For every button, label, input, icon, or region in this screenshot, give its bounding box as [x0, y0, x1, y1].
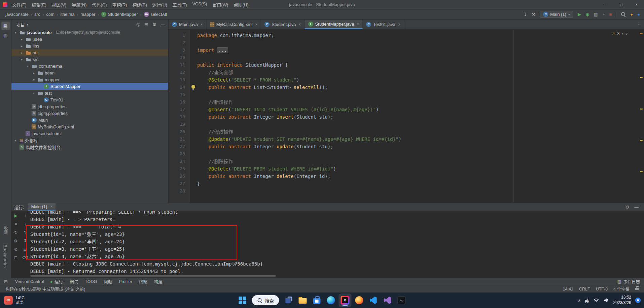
settings-icon[interactable]: ⚙: [152, 22, 156, 27]
clear-icon[interactable]: ⊟: [12, 254, 20, 261]
editor-tab[interactable]: <>MyBatisConfig.xml×: [207, 20, 261, 29]
close-icon[interactable]: ×: [255, 22, 257, 27]
toolwindow-button[interactable]: 调试: [70, 278, 78, 285]
prev-occurrence-icon[interactable]: ↑: [22, 212, 29, 219]
menu-item[interactable]: 代码(C): [89, 0, 109, 9]
code-area[interactable]: package com.itheima.mapper;import ...pub…: [190, 30, 638, 203]
clock[interactable]: 13:52 2023/3/29: [613, 295, 631, 305]
coverage-icon[interactable]: ▨: [594, 12, 598, 17]
lock-icon[interactable]: [635, 288, 639, 290]
menu-item[interactable]: 重构(R): [109, 0, 130, 9]
bookmarks-tool-button[interactable]: Bookmarks: [3, 245, 7, 268]
ime-indicator[interactable]: 英: [585, 297, 589, 304]
restore-layout-icon[interactable]: ↻: [12, 229, 20, 236]
taskbar-app-vscode[interactable]: [367, 294, 380, 307]
more-icon[interactable]: ⋮: [637, 22, 641, 27]
tree-item[interactable]: CMain: [11, 117, 168, 123]
stop-icon[interactable]: ■: [609, 12, 612, 17]
taskbar-app-task-view[interactable]: [282, 294, 295, 307]
editor[interactable]: 1231011121314151617181920212223242526272…: [169, 30, 644, 203]
updates-icon[interactable]: ●: [630, 12, 633, 17]
run-icon[interactable]: ▶: [578, 12, 581, 17]
clear-output-icon[interactable]: ⌫: [22, 254, 29, 261]
toolwindow-button[interactable]: 问题: [104, 278, 112, 285]
update-project-icon[interactable]: ↧: [524, 12, 527, 17]
minimize-button[interactable]: —: [599, 0, 614, 9]
stop-icon[interactable]: ■: [12, 220, 20, 228]
close-button[interactable]: ×: [629, 0, 644, 9]
menu-item[interactable]: 文件(F): [9, 0, 29, 9]
tree-item[interactable]: ⚙log4j.properties: [11, 110, 168, 117]
maximize-button[interactable]: □: [614, 0, 629, 9]
taskbar-app-microsoft-store[interactable]: [311, 294, 323, 307]
menu-item[interactable]: 导航(N): [69, 0, 89, 9]
tree-item[interactable]: ▾test: [11, 90, 168, 96]
taskbar-app-terminal[interactable]: >_: [395, 294, 408, 307]
tree-item[interactable]: ▸▤外部库: [11, 137, 168, 144]
editor-tab[interactable]: IStudentMapper.java×: [305, 20, 363, 29]
tree-item[interactable]: ▸libs: [11, 42, 168, 49]
close-icon[interactable]: ×: [50, 204, 52, 209]
indent-setting[interactable]: 4 个空格: [613, 286, 630, 292]
tree-item[interactable]: ▸bean: [11, 69, 168, 76]
prev-warning-icon[interactable]: ∧: [621, 32, 623, 36]
breadcrumb-item[interactable]: itheima: [61, 12, 75, 17]
tray-expand-icon[interactable]: ∧: [578, 298, 581, 303]
favorites-tool-button[interactable]: 收藏: [3, 226, 8, 235]
tree-item[interactable]: ⚙jdbc.properties: [11, 103, 168, 110]
settings-icon[interactable]: ⚙: [12, 237, 20, 245]
scroll-to-end-icon[interactable]: ↧: [22, 237, 29, 245]
close-icon[interactable]: ×: [357, 22, 359, 26]
taskbar-app-visual-studio[interactable]: [381, 294, 394, 307]
tree-item[interactable]: IStudentMapper: [11, 83, 168, 90]
taskbar-app-intellij-idea[interactable]: IJ: [339, 294, 352, 307]
breadcrumb-item[interactable]: src: [34, 12, 40, 17]
menu-item[interactable]: 运行(U): [150, 0, 170, 9]
settings-icon[interactable]: ⚙: [625, 205, 629, 210]
weather-widget[interactable]: ≋ 14°C 潮湿: [4, 296, 25, 305]
taskbar-app-edge[interactable]: [325, 294, 337, 307]
search-everywhere-icon[interactable]: [621, 12, 626, 17]
folded-region[interactable]: ...: [217, 47, 228, 53]
event-log-button[interactable]: ▥ 事件日志: [617, 278, 640, 285]
menu-item[interactable]: 构建(B): [130, 0, 149, 9]
editor-tab[interactable]: CTest01.java×: [363, 20, 404, 29]
menu-item[interactable]: 窗口(W): [210, 0, 231, 9]
hide-panel-icon[interactable]: —: [634, 205, 639, 210]
editor-tab[interactable]: CStudent.java×: [261, 20, 305, 29]
volume-icon[interactable]: [603, 298, 609, 303]
toolwindow-button[interactable]: TODO: [85, 279, 97, 284]
tree-item[interactable]: ▾mapper: [11, 76, 168, 83]
project-panel-title[interactable]: 项目: [16, 21, 25, 28]
intention-bulb-icon[interactable]: [191, 85, 195, 89]
breadcrumb-item[interactable]: mapper: [80, 12, 95, 17]
console[interactable]: DEBUG [main] - ==> Preparing: SELECT * F…: [30, 211, 643, 278]
tree-item[interactable]: ▸out: [11, 49, 168, 56]
notification-badge[interactable]: [635, 298, 641, 303]
tree-item[interactable]: ijavaconsole.iml: [11, 130, 168, 137]
menu-item[interactable]: VCS(S): [189, 0, 210, 9]
tree-item[interactable]: ▸.idea: [11, 36, 168, 42]
inspections-widget[interactable]: ⚠ 8 ∧ ∨: [612, 31, 628, 36]
breadcrumb-item[interactable]: IStudentMapper: [101, 12, 138, 17]
profile-icon[interactable]: ●: [637, 12, 640, 17]
toolwindow-button[interactable]: Profiler: [119, 279, 132, 284]
select-opened-file-icon[interactable]: ◎: [136, 22, 140, 27]
next-occurrence-icon[interactable]: ↓: [22, 220, 29, 228]
rerun-icon[interactable]: ▶: [12, 212, 20, 219]
mute-breakpoints-icon[interactable]: ⊘: [12, 246, 20, 253]
menu-item[interactable]: 帮助(H): [231, 0, 251, 9]
tree-item[interactable]: ✎临时文件和控制台: [11, 144, 168, 150]
tree-item[interactable]: ▾com.itheima: [11, 63, 168, 69]
soft-wrap-icon[interactable]: ¶: [22, 229, 29, 236]
next-warning-icon[interactable]: ∨: [625, 32, 628, 36]
console-horizontal-scrollbar[interactable]: [30, 275, 276, 277]
close-icon[interactable]: ×: [201, 22, 203, 27]
project-tool-button[interactable]: ▦: [1, 22, 10, 30]
run-config-selector[interactable]: CMain (1)▾: [540, 11, 573, 18]
menu-item[interactable]: 视图(V): [49, 0, 69, 9]
toolwindow-button[interactable]: Version Control: [15, 279, 44, 284]
editor-scrollbar[interactable]: [639, 30, 644, 203]
toolwindow-button[interactable]: ▶运行: [50, 278, 63, 285]
taskbar-search[interactable]: 搜索: [252, 295, 279, 305]
